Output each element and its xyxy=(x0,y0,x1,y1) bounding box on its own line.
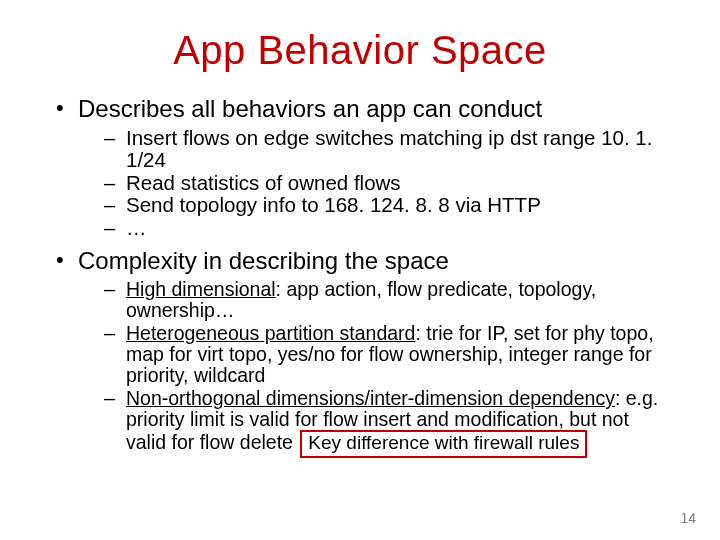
sub-list: Insert flows on edge switches matching i… xyxy=(100,127,670,240)
bullet-list: Describes all behaviors an app can condu… xyxy=(50,95,670,458)
bullet-item: Describes all behaviors an app can condu… xyxy=(50,95,670,239)
sub-item: Read statistics of owned flows xyxy=(100,172,670,195)
bullet-text: Complexity in describing the space xyxy=(78,247,449,274)
sub-item: … xyxy=(100,217,670,240)
bullet-item: Complexity in describing the space High … xyxy=(50,247,670,458)
sub-emph: Heterogeneous partition standard xyxy=(126,322,415,344)
sub-emph: Non-orthogonal dimensions/inter-dimensio… xyxy=(126,387,615,409)
sub-text: Send topology info to 168. 124. 8. 8 via… xyxy=(126,193,541,216)
sub-item: Send topology info to 168. 124. 8. 8 via… xyxy=(100,194,670,217)
sub-item: Heterogeneous partition standard: trie f… xyxy=(100,323,670,386)
sub-item: High dimensional: app action, flow predi… xyxy=(100,279,670,321)
sub-list: High dimensional: app action, flow predi… xyxy=(100,279,670,458)
sub-text: … xyxy=(126,216,147,239)
slide: App Behavior Space Describes all behavio… xyxy=(0,0,720,540)
page-number: 14 xyxy=(680,510,696,526)
sub-text: Read statistics of owned flows xyxy=(126,171,401,194)
sub-text: Insert flows on edge switches matching i… xyxy=(126,126,652,172)
sub-item: Insert flows on edge switches matching i… xyxy=(100,127,670,172)
sub-emph: High dimensional xyxy=(126,278,276,300)
bullet-text: Describes all behaviors an app can condu… xyxy=(78,95,542,122)
sub-item: Non-orthogonal dimensions/inter-dimensio… xyxy=(100,388,670,458)
slide-title: App Behavior Space xyxy=(50,28,670,73)
callout-box: Key difference with firewall rules xyxy=(300,430,587,458)
